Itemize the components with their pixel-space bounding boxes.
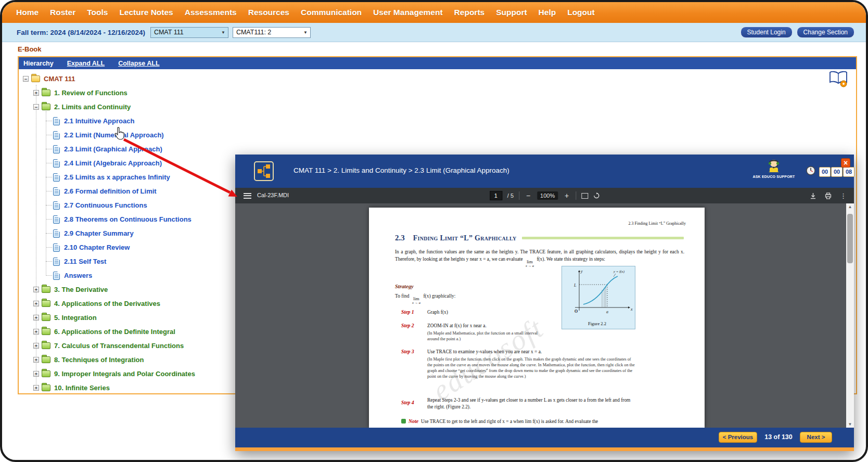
note-line: Note Use TRACE to get to the left and ri… [401,418,598,424]
tree-toggle[interactable]: + [33,357,39,363]
more-options-icon[interactable]: ⋮ [840,192,847,200]
tree-node-label[interactable]: 2.2 Limit (Numerical Approach) [64,131,164,139]
tree-node-icon [53,272,60,280]
zoom-in-button[interactable]: + [563,191,570,200]
previous-button[interactable]: < Previous [719,432,757,443]
tree-node-icon [53,215,60,224]
nav-item[interactable]: Communication [295,8,367,17]
tree-node-label[interactable]: 2.1 Intuitive Approach [64,117,134,125]
content-viewer-popup: CMAT 111 > 2. Limits and Continuity > 2.… [235,155,854,451]
section-select[interactable]: CMAT111: 2 ▼ [233,27,311,38]
hierarchy-title: Hierarchy [23,60,54,67]
tree-node-label[interactable]: 9. Improper Integrals and Polar Coordina… [54,370,195,378]
tree-node-label[interactable]: 4. Applications of the Derivatives [54,300,160,307]
tree-node-label[interactable]: 2.3 Limit (Graphical Approach) [64,145,162,153]
tree-node-icon [53,258,60,266]
pdf-viewer-area: 2.3 Finding Limit “L” Graphically 2.3 Fi… [235,203,854,428]
tree-node-label[interactable]: 3. The Derivative [54,286,108,293]
rotate-icon[interactable] [593,192,599,199]
tree-toggle[interactable]: + [33,301,39,306]
app-window: HomeRosterToolsLecture NotesAssessmentsR… [0,0,868,462]
nav-item[interactable]: Assessments [179,8,242,17]
hierarchy-icon[interactable] [254,161,274,183]
collapse-all-link[interactable]: Collapse ALL [118,60,159,67]
tree-node-label[interactable]: 7. Calculus of Transcendental Functions [54,342,184,350]
expand-all-link[interactable]: Expand ALL [67,60,105,67]
tree-toggle[interactable]: + [33,385,39,391]
tree-node-label[interactable]: 2.4 Limit (Algebraic Approach) [64,159,162,167]
nav-item[interactable]: Logout [561,8,601,17]
download-icon[interactable] [810,192,816,199]
term-bar: Fall term: 2024 (8/14/2024 - 12/16/2024)… [2,23,866,42]
tree-node-label[interactable]: 2.8 Theorems on Continuous Functions [64,215,192,223]
tree-node-icon [53,229,60,238]
nav-item[interactable]: Home [10,8,44,17]
breadcrumb: CMAT 111 > 2. Limits and Continuity > 2.… [293,166,509,174]
page-count: / 5 [507,192,514,199]
nav-item[interactable]: Reports [449,8,491,17]
change-section-button[interactable]: Change Section [797,27,854,38]
strategy-step: Step 2ZOOM-IN at f(x) for x near a. (In … [401,320,636,342]
nav-item[interactable]: Support [490,8,532,17]
tree-node-label[interactable]: 6. Applications of the Definite Integral [54,328,175,336]
section-title: Finding Limit “L” Graphically [413,234,517,242]
tree-node-label[interactable]: 1. Review of Functions [54,89,127,97]
next-button[interactable]: Next > [800,432,832,443]
tree-node-label[interactable]: 2.5 Limits as x appraches Infinity [64,173,170,181]
tree-node-label[interactable]: 8. Techniques of Integration [54,356,144,364]
nav-item[interactable]: Lecture Notes [113,8,178,17]
tree-node-label[interactable]: 10. Infinite Series [54,384,110,392]
scrollbar-thumb[interactable] [847,214,853,263]
step-note: (In Maple and Mathematica, plot the func… [427,330,548,342]
intro-paragraph: In a graph, the function values are the … [395,248,684,267]
tree-node-label[interactable]: 2.7 Continuous Functions [64,201,147,209]
nav-item[interactable]: Roster [44,8,81,17]
nav-item[interactable]: Resources [242,8,295,17]
tree-toggle[interactable]: + [33,90,39,96]
tree-node: − CMAT 111 [19,72,856,86]
tree-toggle[interactable]: + [33,371,39,377]
scroll-down-arrow[interactable]: ▼ [846,422,854,427]
tree-toggle[interactable]: + [33,315,39,320]
ask-support-button[interactable]: ASK EDUCO SUPPORT [748,158,800,178]
tree-node-label[interactable]: Answers [64,272,92,279]
toolbar-divider [519,191,519,200]
fit-to-page-icon[interactable] [581,193,588,199]
menu-icon[interactable] [244,193,251,199]
tree-toggle[interactable]: + [33,287,39,292]
step-note: (In Maple first plot the function, then … [427,356,636,379]
nav-item[interactable]: Help [533,8,562,17]
timer-minutes: 00 [831,167,843,177]
page-position: 13 of 130 [760,433,797,441]
tree-node-label[interactable]: CMAT 111 [44,75,75,83]
tree-node-icon [31,75,40,82]
student-login-button[interactable]: Student Login [741,27,793,38]
pdf-scrollbar[interactable]: ▲ ▼ [846,203,854,428]
page-number-input[interactable] [490,191,502,200]
scroll-up-arrow[interactable]: ▲ [846,204,854,209]
zoom-level[interactable]: 100% [537,191,558,200]
print-icon[interactable] [825,192,832,199]
timer-seconds: 08 [843,167,854,177]
tree-toggle[interactable]: + [33,343,39,349]
nav-item[interactable]: User Management [367,8,449,17]
nav-item[interactable]: Tools [81,8,113,17]
tree-node-label[interactable]: 5. Integration [54,314,97,322]
tree-node-label[interactable]: 2. Limits and Continuity [54,103,131,111]
tree-toggle[interactable]: + [33,329,39,335]
zoom-out-button[interactable]: − [525,191,532,200]
chevron-down-icon: ▼ [301,30,310,35]
tree-toggle[interactable]: − [23,76,29,82]
tree-node-label[interactable]: 2.6 Formal definition of Limit [64,187,157,195]
tree-node-label[interactable]: 2.10 Chapter Review [64,243,130,251]
tree-node-label[interactable]: 2.9 Chapter Summary [64,229,134,237]
close-icon[interactable]: × [841,158,850,168]
support-agent-icon [765,158,782,172]
section-heading: 2.3 Finding Limit “L” Graphically [395,234,684,242]
tree-node-label[interactable]: 2.11 Self Test [64,258,106,265]
popup-pager: < Previous 13 of 130 Next > [235,428,854,447]
tree-toggle[interactable]: − [33,104,39,110]
page-title: E-Book [18,45,42,53]
course-select[interactable]: CMAT 111 ▼ [150,27,228,38]
step-label: Step 2 [401,323,427,328]
